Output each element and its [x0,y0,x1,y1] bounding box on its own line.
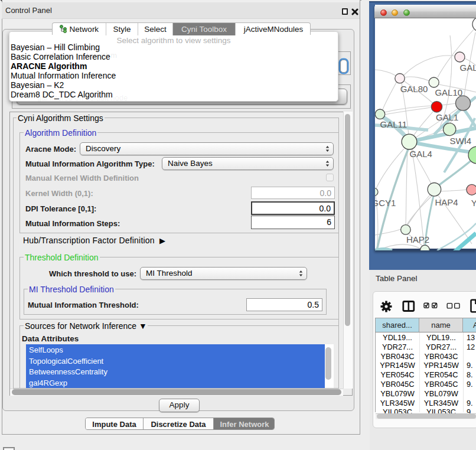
svg-text:HAP2: HAP2 [406,234,429,244]
svg-text:GCY1: GCY1 [375,198,396,208]
svg-text:GAL7: GAL7 [460,63,476,73]
svg-text:SWI4: SWI4 [450,136,472,146]
svg-text:GAL1: GAL1 [436,112,458,122]
svg-text:GAL80: GAL80 [400,84,428,94]
svg-text:GAL10: GAL10 [435,87,462,97]
svg-text:GAL4: GAL4 [410,149,432,159]
svg-text:HAP4: HAP4 [435,197,458,207]
svg-text:YEL: YEL [471,198,476,208]
svg-text:GAL11: GAL11 [380,119,407,129]
